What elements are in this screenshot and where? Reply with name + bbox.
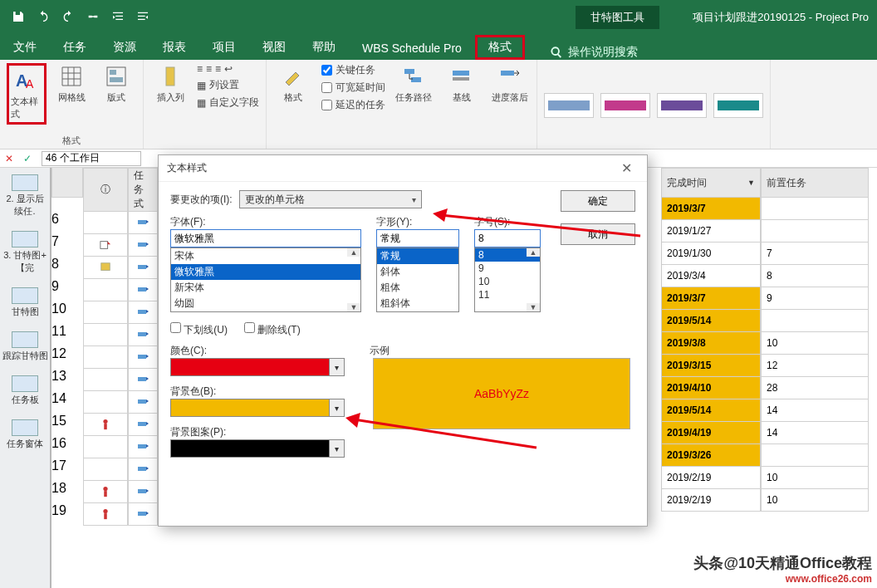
- task-path-button[interactable]: 任务路径: [394, 63, 434, 104]
- row-header[interactable]: 10: [51, 301, 83, 324]
- insert-column-button[interactable]: 插入列: [150, 63, 190, 104]
- outdent-icon[interactable]: [136, 10, 149, 26]
- chk-critical[interactable]: 关键任务: [321, 63, 385, 77]
- font-input[interactable]: [170, 229, 361, 247]
- ok-button[interactable]: 确定: [561, 190, 635, 212]
- style-option-2[interactable]: 粗体: [377, 280, 458, 296]
- layout-button[interactable]: 版式: [96, 63, 136, 125]
- link-icon[interactable]: [86, 10, 100, 26]
- row-header[interactable]: 12: [51, 346, 83, 369]
- row-header[interactable]: 11: [51, 324, 83, 346]
- indicator-cell[interactable]: [83, 301, 128, 324]
- tab-format[interactable]: 格式: [475, 35, 525, 60]
- finish-cell[interactable]: 2019/4/19: [661, 422, 761, 444]
- col-header-pred[interactable]: 前置任务: [761, 168, 869, 198]
- row-header[interactable]: 8: [51, 257, 83, 279]
- row-header[interactable]: 18: [51, 481, 83, 503]
- finish-cell[interactable]: 2019/3/7: [661, 198, 761, 220]
- scroll-down-icon[interactable]: ▼: [527, 303, 540, 311]
- pred-cell[interactable]: 8: [761, 265, 869, 287]
- row-header[interactable]: 19: [51, 503, 83, 526]
- row-header[interactable]: 6: [51, 212, 83, 234]
- finish-cell[interactable]: 2019/5/14: [661, 310, 761, 332]
- indicator-cell[interactable]: [83, 279, 128, 301]
- chevron-down-icon[interactable]: ▾: [329, 440, 344, 457]
- text-style-button[interactable]: AA 文本样式: [7, 63, 47, 125]
- gridlines-button[interactable]: 网格线: [51, 63, 91, 125]
- baseline-button[interactable]: 基线: [442, 63, 482, 104]
- row-header[interactable]: 14: [51, 391, 83, 414]
- dialog-titlebar[interactable]: 文本样式 ✕: [159, 155, 647, 182]
- finish-cell[interactable]: 2019/1/30: [661, 243, 761, 265]
- col-header-finish[interactable]: 完成时间▼: [661, 168, 761, 198]
- table-row[interactable]: 2019/1/27: [661, 220, 877, 243]
- dropdown-icon[interactable]: ▼: [747, 179, 755, 187]
- table-row[interactable]: 2019/4/1914: [661, 422, 877, 444]
- indicator-cell[interactable]: [83, 369, 128, 391]
- table-row[interactable]: 2019/5/14: [661, 310, 877, 332]
- chevron-down-icon[interactable]: ▾: [329, 359, 344, 375]
- size-option-1[interactable]: 9: [475, 262, 540, 275]
- pred-cell[interactable]: [761, 444, 869, 467]
- finish-cell[interactable]: 2019/3/4: [661, 265, 761, 287]
- table-row[interactable]: 2019/3/7: [661, 198, 877, 220]
- tab-view[interactable]: 视图: [249, 35, 299, 60]
- pred-cell[interactable]: 10: [761, 489, 869, 512]
- viewbar-item-1[interactable]: 3. 甘特图+【完: [0, 224, 50, 281]
- pred-cell[interactable]: [761, 310, 869, 332]
- format-bar-button[interactable]: 格式: [273, 63, 313, 104]
- cancel-button[interactable]: 取消: [561, 223, 635, 245]
- chevron-down-icon[interactable]: ▾: [329, 399, 344, 416]
- style-input[interactable]: [376, 229, 459, 247]
- wrap-icon[interactable]: ↩: [224, 63, 233, 75]
- gantt-style-3[interactable]: [657, 93, 707, 118]
- taskmode-cell[interactable]: [128, 414, 158, 436]
- undo-icon[interactable]: [37, 10, 50, 26]
- finish-cell[interactable]: 2019/2/19: [661, 467, 761, 489]
- viewbar-item-4[interactable]: 任务板: [0, 369, 50, 413]
- indicator-cell[interactable]: [83, 436, 128, 458]
- taskmode-cell[interactable]: [128, 503, 158, 526]
- font-option-1[interactable]: 微软雅黑: [171, 264, 360, 280]
- scroll-up-icon[interactable]: ▲: [347, 248, 360, 257]
- indicator-cell[interactable]: [83, 481, 128, 503]
- col-header-taskmode[interactable]: 任务式: [128, 168, 158, 212]
- taskmode-cell[interactable]: [128, 391, 158, 414]
- strike-check[interactable]: 删除线(T): [244, 322, 301, 337]
- tab-project[interactable]: 项目: [199, 35, 249, 60]
- chk-late[interactable]: 延迟的任务: [321, 98, 385, 112]
- pred-cell[interactable]: 12: [761, 355, 869, 377]
- row-header[interactable]: 16: [51, 436, 83, 458]
- taskmode-cell[interactable]: [128, 279, 158, 301]
- table-row[interactable]: 2019/2/1910: [661, 489, 877, 512]
- pred-cell[interactable]: [761, 220, 869, 243]
- font-option-3[interactable]: 幼圆: [171, 296, 360, 311]
- scroll-down-icon[interactable]: ▼: [347, 303, 360, 311]
- viewbar-item-0[interactable]: 2. 显示后续任.: [0, 168, 50, 224]
- size-listbox[interactable]: 8 9 10 11 ▲ ▼: [474, 247, 541, 312]
- taskmode-cell[interactable]: [128, 234, 158, 257]
- viewbar-item-5[interactable]: 任务窗体: [0, 413, 50, 457]
- finish-cell[interactable]: 2019/3/8: [661, 332, 761, 355]
- finish-cell[interactable]: 2019/3/7: [661, 287, 761, 310]
- tab-resource[interactable]: 资源: [100, 35, 149, 60]
- scroll-up-icon[interactable]: ▲: [527, 248, 540, 257]
- align-center-icon[interactable]: ≡: [206, 63, 212, 75]
- table-row[interactable]: 2019/3/79: [661, 287, 877, 310]
- save-icon[interactable]: [12, 10, 25, 26]
- finish-cell[interactable]: 2019/3/26: [661, 444, 761, 467]
- table-row[interactable]: 2019/1/307: [661, 243, 877, 265]
- pred-cell[interactable]: 10: [761, 332, 869, 355]
- indicator-cell[interactable]: [83, 458, 128, 481]
- table-row[interactable]: 2019/5/1414: [661, 399, 877, 422]
- taskmode-cell[interactable]: [128, 436, 158, 458]
- pred-cell[interactable]: 14: [761, 422, 869, 444]
- col-align-row[interactable]: ≡ ≡ ≡ ↩: [197, 63, 259, 75]
- table-row[interactable]: 2019/3/48: [661, 265, 877, 287]
- gantt-style-1[interactable]: [544, 93, 594, 118]
- col-header-info[interactable]: ⓘ: [83, 168, 128, 212]
- indicator-cell[interactable]: [83, 391, 128, 414]
- close-icon[interactable]: ✕: [615, 157, 639, 179]
- style-option-0[interactable]: 常规: [377, 248, 458, 264]
- table-row[interactable]: 2019/2/1910: [661, 467, 877, 489]
